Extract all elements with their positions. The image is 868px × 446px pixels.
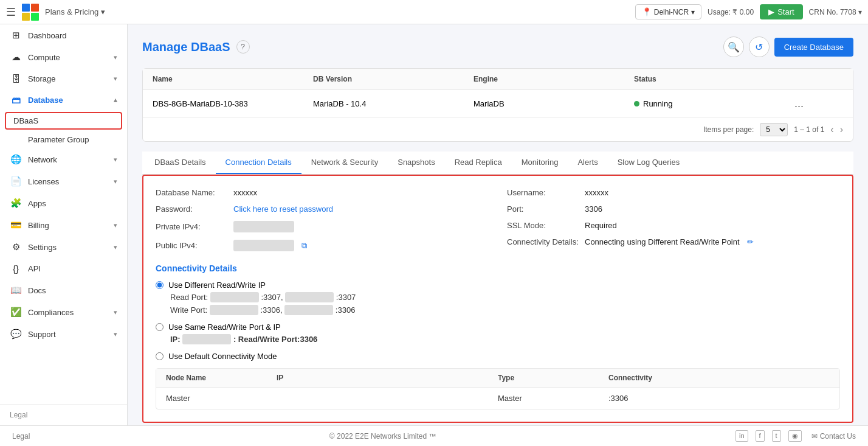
sidebar-item-label: Database <box>28 96 63 105</box>
detail-public-ipv4: Public IPv4: ⧉ <box>156 240 489 251</box>
sidebar-item-apps[interactable]: 🧩 Apps <box>0 192 127 214</box>
apps-icon: 🧩 <box>10 198 22 209</box>
write-port-label: Write Port: <box>170 305 207 315</box>
row-status: Running <box>634 99 794 108</box>
sidebar-item-api[interactable]: {} API <box>0 258 127 279</box>
sidebar-item-network[interactable]: 🌐 Network ▾ <box>0 148 127 170</box>
tab-read-replica[interactable]: Read Replica <box>445 152 512 174</box>
col-node-name: Node Name <box>166 374 277 382</box>
page-title: Manage DBaaS <box>142 40 230 54</box>
facebook-icon[interactable]: f <box>756 430 765 442</box>
refresh-button[interactable]: ↺ <box>749 37 770 57</box>
sidebar-item-label: Settings <box>28 243 57 252</box>
ip-label: IP: <box>170 335 181 344</box>
crn-display[interactable]: CRN No. 7708 ▾ <box>809 8 862 16</box>
linkedin-icon[interactable]: in <box>735 430 748 442</box>
sidebar-item-billing[interactable]: 💳 Billing ▾ <box>0 214 127 236</box>
option-diff-rw-label[interactable]: Use Different Read/Write IP <box>156 280 840 290</box>
breadcrumb-label: Plans & Pricing <box>45 7 98 16</box>
write-port-ip2 <box>284 305 333 315</box>
username-value: xxxxxx <box>585 188 608 197</box>
region-pin-icon: 📍 <box>642 7 652 16</box>
page-header-actions: 🔍 ↺ Create Database <box>723 37 853 57</box>
help-icon[interactable]: ? <box>236 40 250 54</box>
detail-password: Password: Click here to reset password <box>156 204 489 214</box>
menu-icon[interactable]: ☰ <box>6 5 16 19</box>
region-selector[interactable]: 📍 Delhi-NCR ▾ <box>635 4 701 19</box>
sidebar-item-compliances[interactable]: ✅ Compliances ▾ <box>0 301 127 323</box>
breadcrumb[interactable]: Plans & Pricing ▾ <box>45 7 105 16</box>
private-ipv4-label: Private IPv4: <box>156 222 229 231</box>
contact-us-link[interactable]: ✉ Contact Us <box>811 432 856 441</box>
start-icon: ▶ <box>768 7 774 16</box>
read-port-row: Read Port: :3307, :3307 <box>170 292 840 302</box>
page-header: Manage DBaaS ? 🔍 ↺ Create Database <box>142 37 853 57</box>
col-status: Status <box>634 75 794 83</box>
option-default-radio[interactable] <box>156 352 164 360</box>
sidebar-item-label: Storage <box>28 74 56 83</box>
sidebar-item-docs[interactable]: 📖 Docs <box>0 279 127 301</box>
sidebar-footer-legal[interactable]: Legal <box>0 404 127 425</box>
tab-alerts[interactable]: Alerts <box>568 152 607 174</box>
read-port-ip1 <box>210 292 259 302</box>
logo-icon <box>22 4 39 21</box>
sidebar-item-settings[interactable]: ⚙ Settings ▾ <box>0 236 127 258</box>
tab-network-security[interactable]: Network & Security <box>301 152 388 174</box>
option-diff-rw-radio[interactable] <box>156 281 164 289</box>
connectivity-option-default: Use Default Connectivity Mode <box>156 352 840 361</box>
sidebar-item-label: Billing <box>28 221 49 230</box>
connection-details-grid: Database Name: xxxxxx Password: Click he… <box>156 188 840 251</box>
sidebar-item-compute[interactable]: ☁ Compute ▾ <box>0 46 127 68</box>
sidebar-item-label: Apps <box>28 199 46 208</box>
sidebar-item-database[interactable]: 🗃 Database ▴ <box>0 89 127 111</box>
sidebar-item-support[interactable]: 💬 Support ▾ <box>0 323 127 345</box>
tab-dbaas-details[interactable]: DBaaS Details <box>145 152 216 174</box>
database-table: Name DB Version Engine Status DBS-8GB-Ma… <box>142 68 853 142</box>
sidebar-item-dashboard[interactable]: ⊞ Dashboard <box>0 24 127 46</box>
licenses-icon: 📄 <box>10 176 22 187</box>
rss-icon[interactable]: ◉ <box>788 430 802 442</box>
edit-icon[interactable]: ✏ <box>747 237 754 246</box>
twitter-icon[interactable]: t <box>772 430 781 442</box>
pagination-next-icon[interactable]: › <box>840 124 843 135</box>
status-running-dot <box>634 101 639 106</box>
sidebar-item-dbaas[interactable]: DBaaS <box>5 112 122 130</box>
col-db-version: DB Version <box>313 75 474 83</box>
sidebar-item-licenses[interactable]: 📄 Licenses ▾ <box>0 170 127 192</box>
footer: Legal © 2022 E2E Networks Limited ™ in f… <box>0 425 868 446</box>
pagination-prev-icon[interactable]: ‹ <box>830 124 833 135</box>
settings-icon: ⚙ <box>10 242 22 253</box>
tab-snapshots[interactable]: Snapshots <box>388 152 444 174</box>
create-database-button[interactable]: Create Database <box>774 38 853 57</box>
option-same-rw-radio[interactable] <box>156 323 164 331</box>
row-engine: MariaDB <box>474 99 634 108</box>
support-icon: 💬 <box>10 329 22 340</box>
compliances-icon: ✅ <box>10 307 22 318</box>
footer-legal[interactable]: Legal <box>12 432 30 441</box>
same-rw-ip <box>182 334 231 344</box>
detail-private-ipv4: Private IPv4: <box>156 221 489 232</box>
chevron-down-icon: ▾ <box>114 330 117 338</box>
start-button[interactable]: ▶ Start <box>760 4 802 19</box>
reset-password-link[interactable]: Click here to reset password <box>233 204 333 214</box>
sidebar-item-label: Licenses <box>28 177 59 186</box>
sidebar-item-label: Dashboard <box>28 31 67 40</box>
option-default-label[interactable]: Use Default Connectivity Mode <box>156 352 840 361</box>
row-actions-menu[interactable]: ... <box>794 97 843 110</box>
tab-slow-log-queries[interactable]: Slow Log Queries <box>608 152 690 174</box>
sidebar-item-parameter-group[interactable]: Parameter Group <box>0 131 127 148</box>
topbar: ☰ Plans & Pricing ▾ 📍 Delhi-NCR ▾ Usage:… <box>0 0 868 24</box>
search-button[interactable]: 🔍 <box>723 37 744 57</box>
option-same-rw-label[interactable]: Use Same Read/Write Port & IP <box>156 322 840 332</box>
items-per-page-select[interactable]: 5 10 25 <box>760 123 788 136</box>
tab-monitoring[interactable]: Monitoring <box>512 152 568 174</box>
read-port-suffix1: :3307, <box>261 293 283 302</box>
contact-icon: ✉ <box>811 432 818 441</box>
sidebar-item-storage[interactable]: 🗄 Storage ▾ <box>0 68 127 89</box>
docs-icon: 📖 <box>10 285 22 296</box>
table-row[interactable]: DBS-8GB-MariaDB-10-383 MariaDB - 10.4 Ma… <box>143 90 853 117</box>
topbar-logo <box>22 4 39 21</box>
tab-connection-details[interactable]: Connection Details <box>216 152 301 174</box>
copy-icon[interactable]: ⧉ <box>301 241 307 251</box>
storage-icon: 🗄 <box>10 74 22 84</box>
